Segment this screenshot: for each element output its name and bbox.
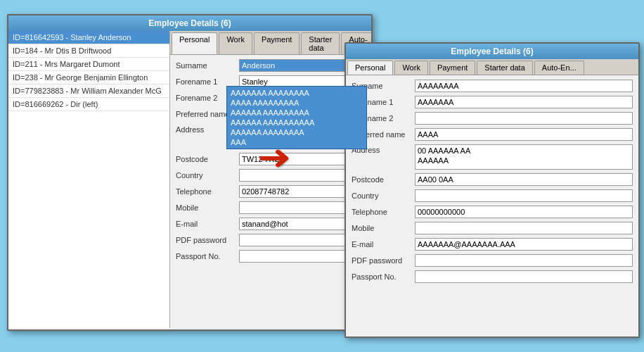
main-label-surname: Surname [176,61,239,70]
tooltip-list: AAAAAAA AAAAAAAAAAAA AAAAAAAAAAAAAAA AAA… [226,86,367,149]
second-form-content: SurnameForename 1Forename 2Preferred nam… [346,75,638,335]
tab-starter-data[interactable]: Starter data [301,32,340,54]
second-input-surname[interactable] [415,80,633,92]
main-label-passportNo: Passport No. [176,252,239,260]
second-input-preferredName[interactable] [415,128,633,141]
tab-personal[interactable]: Personal [172,32,217,54]
main-label-pdfPassword: PDF password [176,236,239,244]
second-input-email[interactable] [415,238,633,251]
tooltip-item: AAAAAAA AAAAAAAA [228,88,365,98]
main-row-telephone: Telephone [176,185,366,198]
main-label-forename1: Forename 1 [176,77,239,86]
employee-item[interactable]: ID=184 - Mr Dtis B Driftwood [8,44,169,58]
employee-item[interactable]: ID=816642593 - Stanley Anderson [8,31,169,44]
second-tab-work[interactable]: Work [394,61,427,75]
main-row-surname: Surname [176,59,366,72]
second-label-postcode: Postcode [352,175,415,184]
employee-item[interactable]: ID=211 - Mrs Margaret Dumont [8,58,169,71]
second-input-forename2[interactable] [415,112,633,125]
main-row-email: E-mail [176,218,366,230]
main-label-email: E-mail [176,220,239,228]
main-label-country: Country [176,171,239,180]
second-row-address: Address [352,144,633,170]
second-row-email: E-mail [352,238,633,251]
second-input-postcode[interactable] [415,173,633,186]
employee-item[interactable]: ID=816669262 - Dir (left) [8,98,169,111]
second-label-email: E-mail [352,240,415,249]
form-area: PersonalWorkPaymentStarter dataAuto-En..… [170,31,371,328]
tooltip-item: AAA [228,137,365,147]
tooltip-item: AAAA AAAAAAAAA [228,98,365,108]
second-row-preferredName: Preferred name [352,128,633,141]
second-label-country: Country [352,191,415,200]
second-label-mobile: Mobile [352,224,415,232]
main-window-body: ID=816642593 - Stanley AndersonID=184 - … [8,31,371,328]
second-window-title: Employee Details (6) [346,44,638,59]
second-row-mobile: Mobile [352,222,633,234]
main-label-telephone: Telephone [176,187,239,196]
main-label-postcode: Postcode [176,155,239,163]
second-input-telephone[interactable] [415,206,633,218]
second-row-forename2: Forename 2 [352,112,633,125]
second-label-pdfPassword: PDF password [352,256,415,265]
main-row-pdfPassword: PDF password [176,234,366,246]
main-window: Employee Details (6) ID=816642593 - Stan… [7,14,373,331]
second-tabs-bar: PersonalWorkPaymentStarter dataAuto-En..… [346,59,638,75]
second-input-mobile[interactable] [415,222,633,234]
second-row-pdfPassword: PDF password [352,254,633,267]
tooltip-item: AAAAAA AAAAAAAAAA [228,118,365,127]
second-form-area: PersonalWorkPaymentStarter dataAuto-En..… [346,59,638,335]
second-window: Employee Details (6) PersonalWorkPayment… [344,42,640,338]
second-input-passportNo[interactable] [415,270,633,283]
main-row-mobile: Mobile [176,201,366,214]
second-row-country: Country [352,189,633,202]
second-row-telephone: Telephone [352,206,633,218]
second-row-surname: Surname [352,80,633,92]
main-label-mobile: Mobile [176,203,239,212]
employee-item[interactable]: ID=779823883 - Mr William Alexander McG [8,84,169,98]
tab-payment[interactable]: Payment [254,32,300,54]
second-input-forename1[interactable] [415,96,633,108]
second-label-telephone: Telephone [352,208,415,216]
tooltip-item: AAAAAA AAAAAAAAA [228,108,365,118]
tab-work[interactable]: Work [219,32,252,54]
employee-list[interactable]: ID=816642593 - Stanley AndersonID=184 - … [8,31,170,328]
main-window-title: Employee Details (6) [8,15,371,31]
second-input-country[interactable] [415,189,633,202]
second-row-passportNo: Passport No. [352,270,633,283]
second-input-address[interactable] [415,144,633,170]
second-tab-auto-en...[interactable]: Auto-En... [534,61,584,75]
second-input-pdfPassword[interactable] [415,254,633,267]
second-row-postcode: Postcode [352,173,633,186]
employee-item[interactable]: ID=238 - Mr George Benjamin Ellington [8,71,169,84]
second-tab-starter-data[interactable]: Starter data [477,61,532,75]
main-row-passportNo: Passport No. [176,250,366,263]
second-tab-payment[interactable]: Payment [430,61,475,75]
second-row-forename1: Forename 1 [352,96,633,108]
second-tab-personal[interactable]: Personal [347,61,393,75]
second-label-passportNo: Passport No. [352,272,415,281]
tabs-bar: PersonalWorkPaymentStarter dataAuto-En..… [170,31,371,55]
tooltip-item: AAAAAA AAAAAAAA [228,127,365,137]
